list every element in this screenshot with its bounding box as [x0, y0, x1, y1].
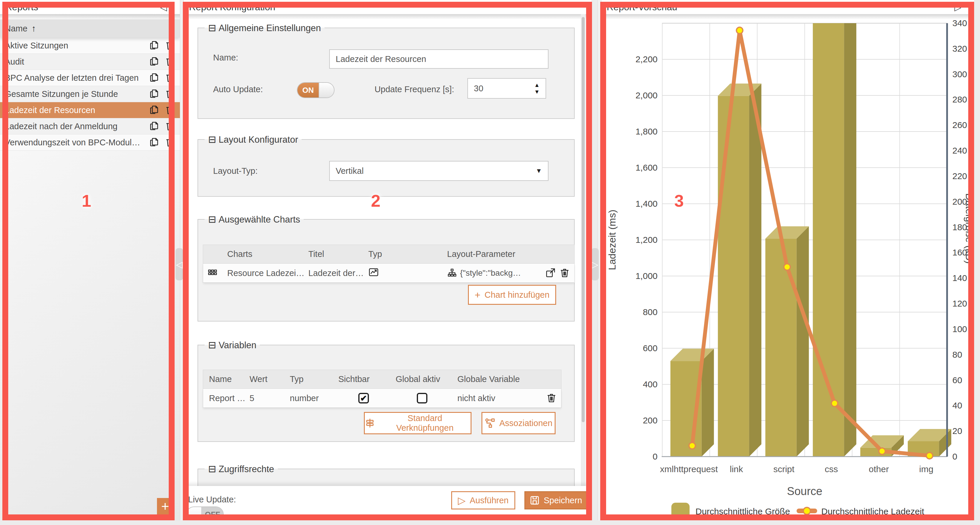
- toggle-on-label: ON: [298, 83, 319, 97]
- svg-text:300: 300: [952, 69, 967, 79]
- collapse-section-icon[interactable]: ⊟: [208, 134, 216, 145]
- delete-report-button[interactable]: [165, 121, 176, 132]
- svg-text:img: img: [919, 464, 933, 474]
- col-titel: Titel: [309, 249, 368, 259]
- svg-text:1,800: 1,800: [635, 127, 657, 136]
- save-floppy-icon: [530, 495, 540, 505]
- delete-variable-button[interactable]: [546, 392, 557, 404]
- report-list-item[interactable]: Gesamte Sitzungen je Stunde: [0, 86, 180, 102]
- edit-chart-button[interactable]: [545, 267, 556, 279]
- report-configuration-panel: Report Konfiguration ⊟Allgemeine Einstel…: [184, 0, 592, 520]
- add-chart-button[interactable]: + Chart hinzufügen: [468, 285, 556, 305]
- standard-links-button[interactable]: Standard Verknüpfungen: [364, 412, 471, 434]
- drag-handle-icon[interactable]: [207, 266, 218, 278]
- report-list-item[interactable]: Ladezeit der Resourcen: [0, 102, 180, 118]
- expand-panel-icon[interactable]: ▷: [955, 2, 961, 12]
- svg-text:240: 240: [952, 146, 967, 155]
- collapse-right-handle[interactable]: ▷: [591, 248, 599, 281]
- collapse-section-icon[interactable]: ⊟: [208, 339, 216, 350]
- collapse-section-icon[interactable]: ⊟: [208, 22, 216, 33]
- config-scrollbar[interactable]: [581, 14, 585, 520]
- run-report-button[interactable]: ▷ Ausführen: [451, 491, 515, 509]
- duplicate-report-button[interactable]: [149, 136, 160, 148]
- svg-text:260: 260: [952, 120, 967, 130]
- variable-table-row[interactable]: Report … 5 number ✔ nicht aktiv: [203, 389, 561, 408]
- live-update-toggle[interactable]: OFF: [186, 506, 224, 520]
- delete-report-button[interactable]: [165, 104, 176, 116]
- svg-text:link: link: [730, 464, 743, 474]
- reports-name-column-header[interactable]: Name ↑: [0, 19, 180, 38]
- report-list-item[interactable]: Audit: [0, 54, 180, 70]
- reports-panel-title: Reports: [5, 2, 38, 13]
- report-list-item[interactable]: Verwendungszeit von BPC-Modul…: [0, 135, 180, 151]
- spinner-up-icon[interactable]: ▲: [534, 82, 540, 87]
- name-field-label: Name:: [213, 53, 238, 63]
- svg-text:1,200: 1,200: [635, 235, 657, 244]
- variable-value-cell: 5: [250, 393, 290, 403]
- name-column-label: Name: [5, 24, 27, 33]
- report-list-item[interactable]: Aktive Sitzungen: [0, 38, 180, 54]
- update-frequency-input[interactable]: 30 ▲ ▼: [468, 78, 546, 99]
- chart-name-cell: Resource Ladezei…: [227, 268, 309, 278]
- svg-text:600: 600: [643, 343, 657, 353]
- update-frequency-value: 30: [474, 84, 483, 94]
- delete-report-button[interactable]: [165, 136, 176, 148]
- duplicate-report-button[interactable]: [149, 104, 160, 116]
- svg-text:Durchschnittliche Größe: Durchschnittliche Größe: [695, 506, 790, 516]
- delete-report-button[interactable]: [165, 88, 176, 100]
- associations-button[interactable]: Assoziationen: [482, 412, 555, 434]
- report-name: Verwendungszeit von BPC-Modul…: [5, 138, 149, 148]
- svg-text:220: 220: [952, 171, 967, 181]
- reports-panel-header: Reports ◁: [0, 0, 180, 14]
- collapse-panel-icon[interactable]: ◁: [160, 2, 167, 12]
- svg-text:Ladezeit (ms): Ladezeit (ms): [606, 209, 617, 270]
- svg-text:1,000: 1,000: [635, 271, 657, 281]
- auto-update-toggle[interactable]: ON: [297, 82, 334, 98]
- global-active-checkbox[interactable]: [417, 393, 427, 403]
- reports-panel: Reports ◁ Name ↑ Aktive SitzungenAuditBP…: [0, 0, 180, 520]
- layout-type-select[interactable]: Vertikal ▼: [329, 161, 549, 181]
- svg-text:Durchschnittliche Ladezeit: Durchschnittliche Ladezeit: [821, 506, 924, 516]
- collapse-section-icon[interactable]: ⊟: [208, 463, 216, 474]
- duplicate-report-button[interactable]: [149, 56, 160, 68]
- delete-report-button[interactable]: [165, 56, 176, 68]
- report-name: Ladezeit nach der Anmeldung: [5, 122, 149, 131]
- duplicate-report-button[interactable]: [149, 88, 160, 100]
- delete-report-button[interactable]: [165, 72, 176, 84]
- global-variable-cell: nicht aktiv: [457, 393, 542, 403]
- svg-text:1,600: 1,600: [635, 163, 657, 172]
- report-list-item[interactable]: BPC Analyse der letzten drei Tagen: [0, 70, 180, 86]
- svg-text:800: 800: [643, 307, 657, 317]
- delete-chart-button[interactable]: [559, 267, 570, 279]
- variables-title: Variablen: [219, 340, 257, 350]
- report-name-input[interactable]: Ladezeit der Resourcen: [329, 49, 549, 69]
- collapse-left-handle[interactable]: ◁: [175, 248, 183, 281]
- add-chart-label: Chart hinzufügen: [484, 290, 549, 300]
- col-typ: Typ: [290, 374, 338, 384]
- line-chart-type-icon: [368, 266, 379, 278]
- variables-table-header: Name Wert Typ Sichtbar Global aktiv Glob…: [203, 370, 561, 389]
- copy-icon: [149, 121, 160, 132]
- report-preview-chart: 02004006008001,0001,2001,4001,6001,8002,…: [601, 14, 974, 520]
- layout-configurator-title: Layout Konfigurator: [219, 135, 298, 145]
- auto-update-label: Auto Update:: [213, 84, 263, 94]
- duplicate-report-button[interactable]: [149, 72, 160, 84]
- svg-text:400: 400: [643, 379, 657, 389]
- selected-charts-table: Charts Titel Typ Layout-Parameter Resour…: [203, 244, 575, 283]
- collapse-section-icon[interactable]: ⊟: [208, 214, 216, 225]
- report-list-item[interactable]: Ladezeit nach der Anmeldung: [0, 118, 180, 135]
- layout-type-label: Layout-Typ:: [213, 166, 258, 176]
- svg-text:xmlhttprequest: xmlhttprequest: [660, 464, 718, 474]
- save-report-button[interactable]: Speichern: [524, 491, 587, 509]
- chart-table-row[interactable]: Resource Ladezei… Ladezeit der… {"style"…: [203, 264, 574, 282]
- add-report-button[interactable]: +: [157, 498, 173, 514]
- spinner-down-icon[interactable]: ▼: [534, 89, 540, 94]
- duplicate-report-button[interactable]: [149, 121, 160, 132]
- preview-panel-header: Report-Vorschau ▷: [601, 0, 974, 14]
- svg-text:script: script: [773, 464, 794, 474]
- sort-ascending-icon[interactable]: ↑: [32, 24, 36, 33]
- visible-checkbox[interactable]: ✔: [358, 393, 369, 403]
- scrollbar-thumb[interactable]: [582, 17, 585, 422]
- duplicate-report-button[interactable]: [149, 40, 160, 51]
- delete-report-button[interactable]: [165, 40, 176, 51]
